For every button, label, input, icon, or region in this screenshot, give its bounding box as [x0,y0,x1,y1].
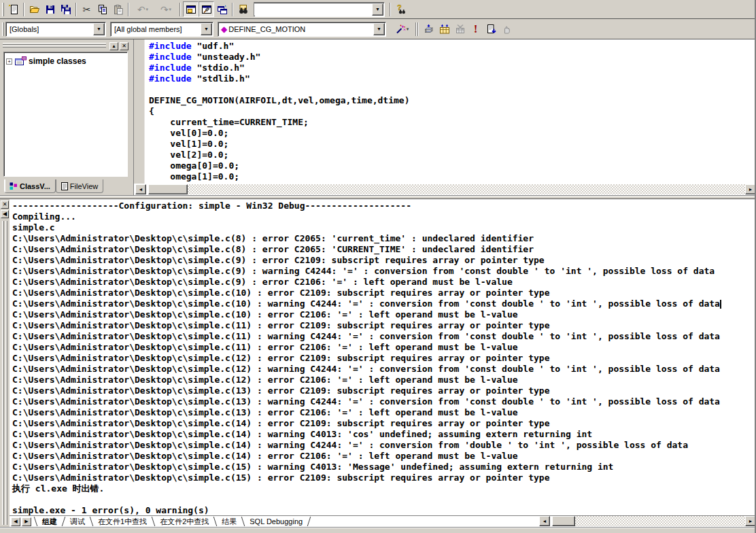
code-line: vel[1]=0.0; [149,139,756,150]
members-combo-dropdown-button[interactable]: ▼ [201,23,212,35]
paste-button[interactable] [110,1,126,17]
scroll-thumb[interactable] [552,516,575,526]
toolbar-gripper[interactable] [2,3,4,16]
window-list-button[interactable] [214,1,230,17]
execute-program-button[interactable]: ! [468,21,483,37]
go-debug-button[interactable] [483,21,499,37]
code-text: vel[2]=0.0; [149,150,228,160]
go-icon [486,24,497,35]
toolbar-separator [179,3,181,16]
editor-horizontal-scrollbar[interactable]: ◄ ► [135,184,756,195]
gripper-bar[interactable] [2,221,4,525]
undo-button[interactable]: ↶▾ [131,1,154,17]
class-combo[interactable]: [Globals] ▼ [5,22,106,37]
toolbar-separator [23,3,24,16]
output-line: C:\Users\Administrator\Desktop\c\simple.… [12,244,756,255]
output-window-icon [201,4,212,15]
function-diamond-icon: ◆ [221,24,227,34]
build-button[interactable] [436,21,452,37]
panel-close-button[interactable]: ✕ [120,42,128,50]
wizard-dropdown-arrow[interactable]: ▾ [407,27,409,32]
scroll-left-arrow-icon: ◄ [543,519,547,523]
tabs-scroll-left-button[interactable]: ◀ [11,517,20,526]
collapse-arrow-icon: ◀ [3,211,7,217]
tab-fileview[interactable]: FileView [56,179,103,193]
copy-button[interactable] [94,1,110,17]
tab-build[interactable]: 组建 [36,517,63,527]
members-combo[interactable]: [All global members] ▼ [110,22,213,37]
output-toggle-button[interactable] [199,1,214,17]
code-text: omega[0]=0.0; [149,160,239,171]
save-button[interactable] [42,1,58,17]
output-line: 执行 cl.exe 时出错. [12,483,756,494]
tab-find-in-files-2[interactable]: 在文件2中查找 [154,517,215,527]
panel-gripper[interactable] [3,43,106,48]
tab-classview[interactable]: ClassV... [4,179,56,193]
tab-debug[interactable]: 调试 [64,517,91,527]
find-combo-dropdown-button[interactable]: ▼ [372,3,383,16]
scroll-thumb[interactable] [148,184,188,194]
output-close-button[interactable]: ✕ [1,201,9,209]
tree-expand-box[interactable]: + [6,58,12,65]
editor-selection-margin[interactable] [134,39,145,184]
cut-button[interactable]: ✂ [79,1,94,17]
code-line: omega[1]=0.0; [149,171,756,182]
close-icon: ✕ [122,44,126,49]
editor-text-area[interactable]: #include "udf.h"#include "unsteady.h"#in… [145,39,756,184]
scroll-left-button[interactable]: ◄ [539,516,550,526]
tab-sql-debugging[interactable]: SQL Debugging [243,517,309,526]
find-combo-input[interactable] [254,3,372,16]
find-combo[interactable]: ▼ [254,2,385,17]
new-file-icon [8,4,19,15]
open-button[interactable] [27,1,42,17]
build-output-pane[interactable]: --------------------Configuration: simpl… [10,199,756,515]
redo-button[interactable]: ↷▾ [154,1,177,17]
toolbar-separator [390,3,391,16]
scroll-left-arrow-icon: ◀ [14,519,17,524]
code-keyword: #include [149,41,196,51]
code-line [149,84,756,95]
wizard-actions-button[interactable]: ▾ [390,21,413,37]
tree-item-simple-classes[interactable]: + 10 simple classes [6,56,125,66]
classview-tree[interactable]: + 10 simple classes [3,52,128,177]
redo-icon: ↷ [160,5,169,14]
compile-icon [424,24,434,35]
code-line: current_time=CURRENT_TIME; [149,117,756,128]
tab-find-in-files-1[interactable]: 在文件1中查找 [92,517,153,527]
insert-remove-breakpoint-button[interactable] [499,21,515,37]
tab-label: FileView [70,182,98,190]
output-collapse-button[interactable]: ◀ [1,210,9,218]
undo-dropdown-arrow[interactable]: ▾ [146,7,149,12]
output-line: C:\Users\Administrator\Desktop\c\simple.… [12,342,756,353]
classview-root-icon: 10 [14,56,27,66]
tab-results[interactable]: 结果 [216,517,243,527]
code-line: #include "stdlib.h" [149,73,756,84]
tab-label: 结果 [222,517,237,526]
new-text-file-button[interactable] [5,1,21,17]
panel-expand-button[interactable]: ▴ [109,42,118,50]
stop-build-button[interactable] [452,21,468,37]
output-line: C:\Users\Administrator\Desktop\c\simple.… [12,472,756,483]
members-combo-value: [All global members] [111,25,201,33]
output-horizontal-scrollbar[interactable]: ◄ ► [539,516,756,527]
search-in-help-button[interactable]: ? [393,1,409,17]
code-line: #include "udf.h" [149,41,756,52]
function-combo[interactable]: ◆ DEFINE_CG_MOTION ▼ [218,22,386,37]
output-line: C:\Users\Administrator\Desktop\c\simple.… [12,407,756,418]
class-combo-value: [Globals] [6,25,93,33]
toolbar-gripper[interactable] [2,22,4,36]
function-combo-dropdown-button[interactable]: ▼ [373,23,385,35]
find-in-files-button[interactable] [235,1,251,17]
workspace-toggle-button[interactable] [183,1,199,17]
output-line: C:\Users\Administrator\Desktop\c\simple.… [12,353,756,364]
class-combo-dropdown-button[interactable]: ▼ [93,23,105,35]
scroll-track[interactable] [188,184,745,194]
scroll-left-button[interactable]: ◄ [135,184,146,194]
compile-button[interactable] [421,21,436,37]
gripper-bar[interactable] [5,221,7,525]
code-line: #include "stdio.h" [149,63,756,73]
redo-dropdown-arrow[interactable]: ▾ [169,7,172,12]
save-all-button[interactable] [58,1,73,17]
scroll-track[interactable] [575,516,745,526]
tabs-scroll-right-button[interactable]: ▶ [22,517,31,526]
